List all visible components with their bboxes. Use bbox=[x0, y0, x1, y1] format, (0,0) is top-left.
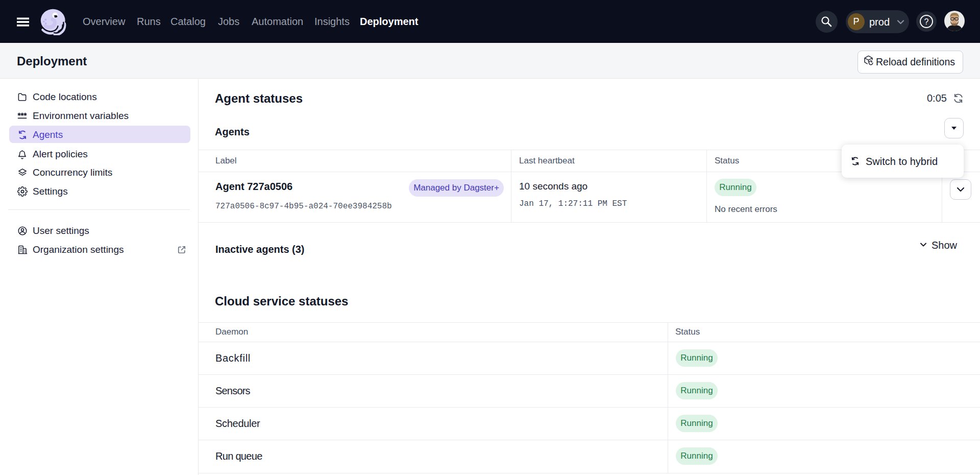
svg-text:?: ? bbox=[924, 17, 929, 26]
